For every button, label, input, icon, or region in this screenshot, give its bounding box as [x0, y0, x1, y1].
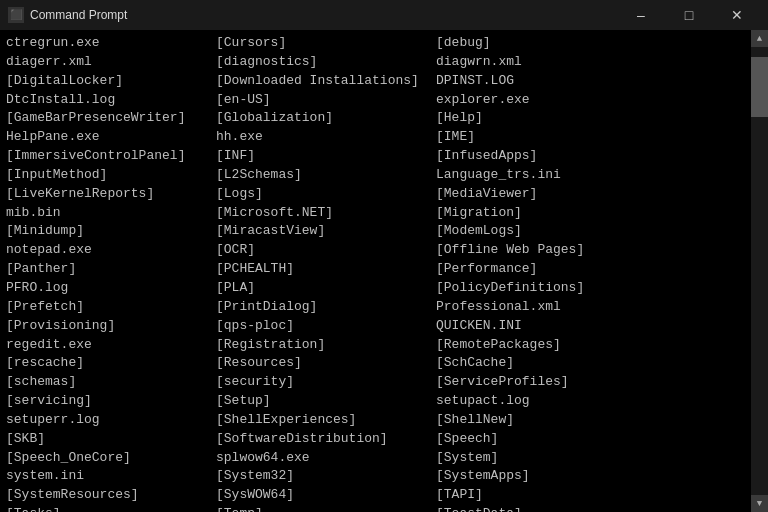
table-row: [Provisioning][qps-ploc]QUICKEN.INI — [6, 317, 745, 336]
list-item: splwow64.exe — [216, 449, 436, 468]
scrollbar-thumb[interactable] — [751, 57, 768, 117]
list-item: [schemas] — [6, 373, 216, 392]
list-item: [Cursors] — [216, 34, 436, 53]
table-row: [Tasks][Temp][ToastData] — [6, 505, 745, 512]
list-item: [PrintDialog] — [216, 298, 436, 317]
table-row: [ImmersiveControlPanel][INF][InfusedApps… — [6, 147, 745, 166]
list-item: [Setup] — [216, 392, 436, 411]
table-row: PFRO.log[PLA][PolicyDefinitions] — [6, 279, 745, 298]
list-item: [Temp] — [216, 505, 436, 512]
list-item: [Microsoft.NET] — [216, 204, 436, 223]
table-row: [DigitalLocker][Downloaded Installations… — [6, 72, 745, 91]
list-item: [L2Schemas] — [216, 166, 436, 185]
list-item: [PolicyDefinitions] — [436, 279, 666, 298]
list-item: [SystemApps] — [436, 467, 666, 486]
list-item: [ShellExperiences] — [216, 411, 436, 430]
list-item: Language_trs.ini — [436, 166, 666, 185]
list-item: [Panther] — [6, 260, 216, 279]
list-item: [InputMethod] — [6, 166, 216, 185]
table-row: [SystemResources][SysWOW64][TAPI] — [6, 486, 745, 505]
list-item: [System32] — [216, 467, 436, 486]
list-item: PFRO.log — [6, 279, 216, 298]
window-title: Command Prompt — [30, 8, 127, 22]
list-item: [Help] — [436, 109, 666, 128]
console-content: ctregrun.exe[Cursors][debug]diagerr.xml[… — [0, 30, 751, 512]
list-item: diagerr.xml — [6, 53, 216, 72]
list-item: [Registration] — [216, 336, 436, 355]
list-item: system.ini — [6, 467, 216, 486]
app-icon: ⬛ — [8, 7, 24, 23]
table-row: DtcInstall.log[en-US]explorer.exe — [6, 91, 745, 110]
list-item: [Provisioning] — [6, 317, 216, 336]
list-item: [INF] — [216, 147, 436, 166]
scrollbar-track[interactable] — [751, 47, 768, 495]
list-item: [security] — [216, 373, 436, 392]
list-item: explorer.exe — [436, 91, 666, 110]
table-row: [SKB][SoftwareDistribution][Speech] — [6, 430, 745, 449]
scrollbar[interactable]: ▲ ▼ — [751, 30, 768, 512]
list-item: [SystemResources] — [6, 486, 216, 505]
list-item: mib.bin — [6, 204, 216, 223]
list-item: setuperr.log — [6, 411, 216, 430]
list-item: [Migration] — [436, 204, 666, 223]
list-item: [IME] — [436, 128, 666, 147]
table-row: [Speech_OneCore]splwow64.exe[System] — [6, 449, 745, 468]
table-row: [Panther][PCHEALTH][Performance] — [6, 260, 745, 279]
maximize-button[interactable]: □ — [666, 3, 712, 27]
list-item: [rescache] — [6, 354, 216, 373]
list-item: [ServiceProfiles] — [436, 373, 666, 392]
list-item: [DigitalLocker] — [6, 72, 216, 91]
list-item: [SysWOW64] — [216, 486, 436, 505]
list-item: [ImmersiveControlPanel] — [6, 147, 216, 166]
list-item: [ModemLogs] — [436, 222, 666, 241]
list-item: [SchCache] — [436, 354, 666, 373]
scroll-down-arrow[interactable]: ▼ — [751, 495, 768, 512]
table-row: [schemas][security][ServiceProfiles] — [6, 373, 745, 392]
list-item: [PCHEALTH] — [216, 260, 436, 279]
list-item: [SKB] — [6, 430, 216, 449]
list-item: [Logs] — [216, 185, 436, 204]
list-item: [RemotePackages] — [436, 336, 666, 355]
title-bar-left: ⬛ Command Prompt — [8, 7, 127, 23]
console-area: ctregrun.exe[Cursors][debug]diagerr.xml[… — [0, 30, 768, 512]
table-row: [Minidump][MiracastView][ModemLogs] — [6, 222, 745, 241]
table-row: [servicing][Setup]setupact.log — [6, 392, 745, 411]
table-row: [rescache][Resources][SchCache] — [6, 354, 745, 373]
list-item: [Prefetch] — [6, 298, 216, 317]
list-item: [Speech_OneCore] — [6, 449, 216, 468]
list-item: [InfusedApps] — [436, 147, 666, 166]
list-item: [debug] — [436, 34, 666, 53]
table-row: [LiveKernelReports][Logs][MediaViewer] — [6, 185, 745, 204]
table-row: mib.bin[Microsoft.NET][Migration] — [6, 204, 745, 223]
close-button[interactable]: ✕ — [714, 3, 760, 27]
scroll-up-arrow[interactable]: ▲ — [751, 30, 768, 47]
table-row: setuperr.log[ShellExperiences][ShellNew] — [6, 411, 745, 430]
title-bar: ⬛ Command Prompt – □ ✕ — [0, 0, 768, 30]
list-item: [Globalization] — [216, 109, 436, 128]
list-item: [Offline Web Pages] — [436, 241, 666, 260]
table-row: [Prefetch][PrintDialog]Professional.xml — [6, 298, 745, 317]
list-item: notepad.exe — [6, 241, 216, 260]
table-row: diagerr.xml[diagnostics]diagwrn.xml — [6, 53, 745, 72]
list-item: [Downloaded Installations] — [216, 72, 436, 91]
list-item: hh.exe — [216, 128, 436, 147]
list-item: diagwrn.xml — [436, 53, 666, 72]
table-row: ctregrun.exe[Cursors][debug] — [6, 34, 745, 53]
list-item: QUICKEN.INI — [436, 317, 666, 336]
list-item: setupact.log — [436, 392, 666, 411]
list-item: [MiracastView] — [216, 222, 436, 241]
list-item: [Minidump] — [6, 222, 216, 241]
list-item: [en-US] — [216, 91, 436, 110]
table-row: system.ini[System32][SystemApps] — [6, 467, 745, 486]
list-item: [servicing] — [6, 392, 216, 411]
minimize-button[interactable]: – — [618, 3, 664, 27]
list-item: [ToastData] — [436, 505, 666, 512]
list-item: [SoftwareDistribution] — [216, 430, 436, 449]
list-item: HelpPane.exe — [6, 128, 216, 147]
list-item: [qps-ploc] — [216, 317, 436, 336]
list-item: [Speech] — [436, 430, 666, 449]
list-item: ctregrun.exe — [6, 34, 216, 53]
list-item: [GameBarPresenceWriter] — [6, 109, 216, 128]
window-controls: – □ ✕ — [618, 3, 760, 27]
list-item: [Performance] — [436, 260, 666, 279]
